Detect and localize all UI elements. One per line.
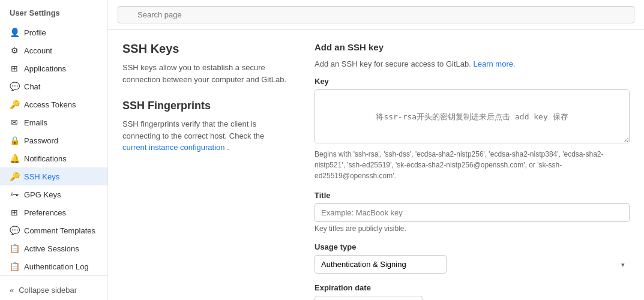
date-wrapper: ✕ 📅	[314, 296, 630, 300]
chat-icon: 💬	[10, 82, 19, 91]
usage-type-select-wrapper: Authentication & Signing Authentication …	[314, 255, 630, 274]
preferences-icon: ⊞	[10, 208, 19, 217]
add-ssh-key-title: Add an SSH key	[314, 42, 630, 52]
sidebar-item-active-sessions[interactable]: 📋Active Sessions	[0, 239, 107, 257]
applications-icon: ⊞	[10, 64, 19, 73]
add-ssh-key-subtitle: Add an SSH key for secure access to GitL…	[314, 59, 471, 68]
usage-type-field-group: Usage type Authentication & Signing Auth…	[314, 242, 630, 274]
access-tokens-icon: 🔑	[10, 100, 19, 109]
sidebar-item-label: GPG Keys	[24, 190, 61, 199]
content-area: SSH Keys SSH keys allow you to establish…	[108, 30, 644, 300]
notifications-icon: 🔔	[10, 154, 19, 163]
ssh-keys-title: SSH Keys	[122, 42, 290, 56]
sidebar-item-label: Applications	[24, 64, 66, 73]
sidebar: User Settings 👤Profile⚙Account⊞Applicati…	[0, 0, 108, 300]
profile-icon: 👤	[10, 28, 19, 37]
emails-icon: ✉	[10, 118, 19, 127]
learn-more-link[interactable]: Learn more.	[473, 59, 515, 68]
password-icon: 🔒	[10, 136, 19, 145]
search-bar: 🔍	[108, 0, 644, 30]
expiration-date-input[interactable]	[314, 296, 423, 300]
sidebar-item-label: Notifications	[24, 154, 67, 163]
title-field-label: Title	[314, 191, 630, 200]
active-sessions-icon: 📋	[10, 244, 19, 253]
main-content: 🔍 SSH Keys SSH keys allow you to establi…	[108, 0, 644, 300]
key-field-group: Key Begins with 'ssh-rsa', 'ssh-dss', 'e…	[314, 77, 630, 181]
sidebar-item-gpg-keys[interactable]: 🗝GPG Keys	[0, 185, 107, 203]
sidebar-item-notifications[interactable]: 🔔Notifications	[0, 149, 107, 167]
title-hint: Key titles are publicly visible.	[314, 224, 630, 233]
comment-templates-icon: 💬	[10, 226, 19, 235]
sidebar-item-label: Account	[24, 46, 52, 55]
gpg-keys-icon: 🗝	[10, 190, 19, 199]
sidebar-item-label: Access Tokens	[24, 100, 76, 109]
sidebar-item-profile[interactable]: 👤Profile	[0, 23, 107, 41]
sidebar-item-chat[interactable]: 💬Chat	[0, 77, 107, 95]
current-instance-link[interactable]: current instance configuration	[122, 143, 225, 152]
sidebar-item-label: Password	[24, 136, 58, 145]
sidebar-bottom: « Collapse sidebar	[0, 275, 107, 300]
sidebar-item-comment-templates[interactable]: 💬Comment Templates	[0, 221, 107, 239]
sidebar-item-emails[interactable]: ✉Emails	[0, 113, 107, 131]
sidebar-item-label: Profile	[24, 28, 46, 37]
left-content: SSH Keys SSH keys allow you to establish…	[122, 42, 290, 288]
sidebar-item-label: Chat	[24, 82, 40, 91]
search-input[interactable]	[118, 6, 634, 23]
usage-type-select[interactable]: Authentication & Signing Authentication …	[314, 255, 447, 274]
sidebar-item-access-tokens[interactable]: 🔑Access Tokens	[0, 95, 107, 113]
sidebar-item-label: Emails	[24, 118, 47, 127]
collapse-sidebar-button[interactable]: « Collapse sidebar	[0, 281, 107, 299]
sidebar-item-ssh-keys[interactable]: 🔑SSH Keys	[0, 167, 107, 185]
chevron-down-icon: ▾	[621, 260, 625, 268]
ssh-keys-description: SSH keys allow you to establish a secure…	[122, 62, 290, 85]
search-wrapper: 🔍	[118, 6, 634, 23]
sidebar-title: User Settings	[0, 0, 107, 23]
ssh-keys-icon: 🔑	[10, 172, 19, 181]
ssh-fingerprints-description: SSH fingerprints verify that the client …	[122, 118, 290, 154]
expiration-date-label: Expiration date	[314, 283, 630, 292]
sidebar-item-label: Active Sessions	[24, 244, 79, 253]
title-field-group: Title Key titles are publicly visible.	[314, 191, 630, 233]
authentication-log-icon: 📋	[10, 262, 19, 271]
sidebar-item-label: Authentication Log	[24, 262, 89, 271]
sidebar-item-label: Comment Templates	[24, 226, 95, 235]
key-hint: Begins with 'ssh-rsa', 'ssh-dss', 'ecdsa…	[314, 149, 630, 181]
expiration-date-field-group: Expiration date ✕ 📅 Optional but recomme…	[314, 283, 630, 300]
collapse-icon: «	[10, 286, 14, 295]
sidebar-item-password[interactable]: 🔒Password	[0, 131, 107, 149]
title-input[interactable]	[314, 203, 630, 222]
sidebar-item-authentication-log[interactable]: 📋Authentication Log	[0, 257, 107, 275]
usage-type-label: Usage type	[314, 242, 630, 251]
sidebar-item-label: SSH Keys	[24, 172, 59, 181]
right-content: Add an SSH key Add an SSH key for secure…	[314, 42, 630, 288]
account-icon: ⚙	[10, 46, 19, 55]
sidebar-item-preferences[interactable]: ⊞Preferences	[0, 203, 107, 221]
ssh-fingerprints-title: SSH Fingerprints	[122, 100, 290, 112]
sidebar-item-applications[interactable]: ⊞Applications	[0, 59, 107, 77]
key-label: Key	[314, 77, 630, 86]
key-textarea[interactable]	[314, 89, 630, 143]
sidebar-item-account[interactable]: ⚙Account	[0, 41, 107, 59]
sidebar-item-label: Preferences	[24, 208, 66, 217]
